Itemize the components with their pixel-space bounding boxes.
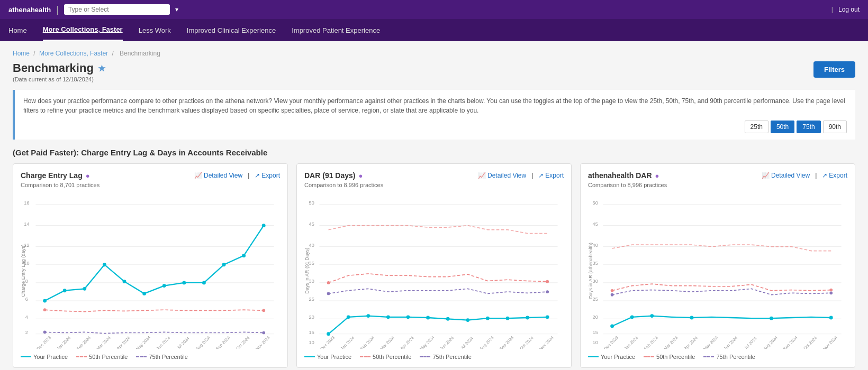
chart2-legend-purple	[420, 356, 430, 357]
star-icon[interactable]: ★	[98, 63, 105, 73]
legend-50th: 50th Percentile	[76, 354, 128, 360]
chart3-detailed-view-link[interactable]: 📈 Detailed View	[762, 172, 810, 179]
breadcrumb-sep1: /	[33, 50, 37, 57]
svg-text:25: 25	[593, 297, 598, 302]
svg-point-117	[829, 289, 833, 292]
chart3-legend: Your Practice 50th Percentile 75th Perce…	[588, 354, 847, 360]
svg-point-71	[486, 317, 490, 320]
chart3-info-icon[interactable]: ●	[655, 172, 659, 180]
export-icon: ↗	[255, 172, 260, 179]
chart2-info-icon[interactable]: ●	[358, 172, 363, 180]
svg-text:Oct 2024: Oct 2024	[235, 335, 251, 349]
svg-text:May 2024: May 2024	[702, 335, 719, 349]
chart2-header: DAR (91 Days) ● 📈 Detailed View | ↗ Expo…	[304, 171, 564, 180]
legend-pink-line	[76, 356, 87, 357]
nav-bar: Home More Collections, Faster Less Work …	[0, 19, 868, 41]
svg-text:10: 10	[593, 340, 598, 345]
svg-text:2: 2	[25, 330, 28, 335]
chart2-actions: 📈 Detailed View | ↗ Export	[478, 172, 564, 179]
svg-point-29	[262, 309, 265, 312]
page-header: Benchmarking ★ (Data current as of 12/18…	[13, 61, 855, 82]
svg-point-27	[262, 224, 266, 227]
breadcrumb-home[interactable]: Home	[13, 50, 30, 57]
page-title: Benchmarking ★	[13, 61, 105, 75]
svg-point-75	[327, 281, 330, 284]
svg-text:30: 30	[309, 279, 314, 284]
info-box: How does your practice performance compa…	[13, 90, 855, 140]
chart2-legend-pink	[360, 356, 370, 357]
nav-improved-clinical[interactable]: Improved Clinical Experience	[187, 20, 276, 41]
percentile-75-button[interactable]: 75th	[797, 121, 820, 133]
nav-improved-patient[interactable]: Improved Patient Experience	[292, 20, 380, 41]
svg-text:Apr 2024: Apr 2024	[683, 335, 699, 349]
svg-text:Days in AR (athenahealth): Days in AR (athenahealth)	[588, 243, 593, 299]
section-title: (Get Paid Faster): Charge Entry Lag & Da…	[13, 148, 855, 157]
percentile-25-button[interactable]: 25th	[745, 121, 768, 133]
legend-teal-line	[21, 356, 31, 357]
chart1-legend: Your Practice 50th Percentile 75th Perce…	[21, 354, 280, 360]
info-text: How does your practice performance compa…	[23, 96, 847, 115]
breadcrumb-benchmarking: Benchmarking	[120, 50, 160, 57]
charge-entry-lag-card: Charge Entry Lag ● 📈 Detailed View | ↗ E…	[13, 163, 288, 368]
svg-point-116	[611, 289, 614, 292]
svg-point-76	[546, 280, 549, 283]
svg-text:Aug 2024: Aug 2024	[195, 335, 211, 349]
page-title-block: Benchmarking ★ (Data current as of 12/18…	[13, 61, 105, 82]
chart3-legend-50: 50th Percentile	[644, 354, 695, 360]
svg-text:Jul 2024: Jul 2024	[176, 336, 191, 349]
svg-point-30	[43, 331, 47, 334]
svg-text:25: 25	[309, 297, 314, 302]
chart1-detailed-view-link[interactable]: 📈 Detailed View	[194, 172, 242, 179]
svg-point-31	[262, 331, 265, 335]
chart3-legend-teal	[588, 356, 599, 357]
svg-text:Apr 2024: Apr 2024	[400, 335, 415, 349]
dropdown-icon[interactable]: ▾	[175, 6, 178, 13]
svg-text:Jun 2024: Jun 2024	[156, 335, 171, 349]
svg-text:14: 14	[24, 221, 29, 227]
dar-91-card: DAR (91 Days) ● 📈 Detailed View | ↗ Expo…	[296, 163, 572, 368]
logo-divider: |	[56, 4, 59, 15]
svg-point-22	[162, 284, 166, 288]
svg-point-20	[123, 280, 126, 283]
svg-point-65	[366, 314, 370, 318]
nav-home[interactable]: Home	[8, 20, 27, 41]
chart3-legend-pink	[644, 356, 654, 357]
percentile-row: 25th 50th 75th 90th	[23, 121, 847, 133]
svg-text:Nov 2024: Nov 2024	[255, 335, 271, 349]
logout-button[interactable]: Log out	[838, 6, 860, 13]
svg-point-115	[829, 316, 833, 320]
svg-point-72	[506, 317, 510, 320]
chart1-svg-container: 16 14 12 10 8 6 4 2	[21, 192, 280, 350]
percentile-50-button[interactable]: 50th	[771, 121, 794, 133]
svg-point-67	[406, 315, 410, 319]
svg-text:35: 35	[593, 261, 598, 266]
athenahealth-dar-card: athenahealth DAR ● 📈 Detailed View | ↗ E…	[580, 163, 855, 368]
svg-text:Dec 2023: Dec 2023	[36, 335, 52, 349]
top-search-input[interactable]	[64, 4, 170, 15]
chart1-info-icon[interactable]: ●	[86, 172, 90, 180]
svg-text:Days in AR (91 Days): Days in AR (91 Days)	[304, 248, 310, 294]
svg-text:4: 4	[25, 314, 28, 320]
svg-text:Feb 2024: Feb 2024	[359, 335, 376, 349]
svg-point-19	[103, 263, 106, 266]
chart2-detailed-view-link[interactable]: 📈 Detailed View	[478, 172, 526, 179]
chart2-legend-teal	[304, 356, 315, 357]
svg-text:Mar 2024: Mar 2024	[663, 335, 680, 349]
percentile-90-button[interactable]: 90th	[823, 121, 847, 133]
chart2-export-link[interactable]: ↗ Export	[538, 172, 564, 179]
breadcrumb: Home / More Collections, Faster / Benchm…	[13, 50, 855, 57]
chart1-export-link[interactable]: ↗ Export	[255, 172, 280, 179]
chart3-export-icon: ↗	[822, 172, 827, 179]
filters-button[interactable]: Filters	[813, 61, 855, 78]
svg-point-66	[386, 315, 390, 319]
nav-more-collections[interactable]: More Collections, Faster	[43, 19, 123, 41]
breadcrumb-more-collections[interactable]: More Collections, Faster	[39, 50, 108, 57]
svg-text:Jul 2024: Jul 2024	[743, 336, 758, 349]
svg-point-73	[526, 316, 529, 320]
svg-point-24	[202, 281, 206, 285]
nav-less-work[interactable]: Less Work	[139, 20, 171, 41]
svg-text:Dec 2023: Dec 2023	[603, 335, 620, 349]
svg-point-114	[770, 317, 773, 320]
chart3-export-link[interactable]: ↗ Export	[822, 172, 847, 179]
svg-text:Charge Entry Lag (days): Charge Entry Lag (days)	[21, 245, 26, 297]
